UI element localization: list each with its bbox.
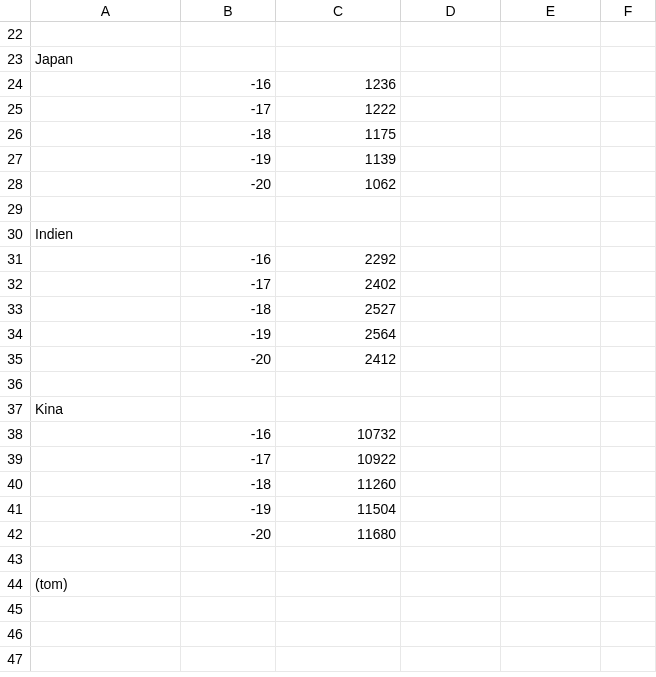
cell[interactable] <box>401 397 501 421</box>
cell[interactable] <box>501 622 601 646</box>
row-header[interactable]: 31 <box>0 247 31 271</box>
cell[interactable] <box>181 397 276 421</box>
cell[interactable] <box>31 447 181 471</box>
cell[interactable] <box>181 22 276 46</box>
cell[interactable] <box>601 622 656 646</box>
cell[interactable] <box>501 597 601 621</box>
cell[interactable]: -20 <box>181 172 276 196</box>
cell[interactable]: 2292 <box>276 247 401 271</box>
cell[interactable] <box>401 622 501 646</box>
cell[interactable] <box>501 447 601 471</box>
cell[interactable] <box>501 47 601 71</box>
cell[interactable]: 10922 <box>276 447 401 471</box>
cell[interactable]: -19 <box>181 147 276 171</box>
cell[interactable] <box>601 372 656 396</box>
cell[interactable] <box>31 422 181 446</box>
cell[interactable] <box>181 647 276 671</box>
cell[interactable] <box>181 222 276 246</box>
cell[interactable] <box>601 497 656 521</box>
row-header[interactable]: 26 <box>0 122 31 146</box>
cell[interactable] <box>501 547 601 571</box>
cell[interactable]: 11260 <box>276 472 401 496</box>
cell[interactable] <box>601 147 656 171</box>
cell[interactable] <box>501 72 601 96</box>
cell[interactable] <box>401 447 501 471</box>
column-header-e[interactable]: E <box>501 0 601 21</box>
cell[interactable] <box>401 272 501 296</box>
cell[interactable] <box>401 322 501 346</box>
cell[interactable] <box>31 297 181 321</box>
cell[interactable] <box>276 547 401 571</box>
cell[interactable] <box>501 297 601 321</box>
cell[interactable] <box>401 547 501 571</box>
cell[interactable] <box>401 197 501 221</box>
row-header[interactable]: 37 <box>0 397 31 421</box>
row-header[interactable]: 36 <box>0 372 31 396</box>
cell[interactable] <box>601 572 656 596</box>
cell[interactable] <box>401 222 501 246</box>
cell[interactable]: 1175 <box>276 122 401 146</box>
cell[interactable] <box>401 172 501 196</box>
row-header[interactable]: 35 <box>0 347 31 371</box>
cell[interactable] <box>501 247 601 271</box>
cell[interactable] <box>401 122 501 146</box>
cell[interactable] <box>276 197 401 221</box>
column-header-d[interactable]: D <box>401 0 501 21</box>
cell[interactable]: 1222 <box>276 97 401 121</box>
cell[interactable] <box>601 197 656 221</box>
cell[interactable] <box>276 647 401 671</box>
cell[interactable]: Japan <box>31 47 181 71</box>
row-header[interactable]: 41 <box>0 497 31 521</box>
cell[interactable] <box>401 72 501 96</box>
cell[interactable] <box>501 372 601 396</box>
cell[interactable] <box>601 447 656 471</box>
cell[interactable]: -18 <box>181 122 276 146</box>
cell[interactable] <box>276 597 401 621</box>
cell[interactable]: -16 <box>181 247 276 271</box>
row-header[interactable]: 38 <box>0 422 31 446</box>
row-header[interactable]: 28 <box>0 172 31 196</box>
cell[interactable] <box>181 597 276 621</box>
cell[interactable] <box>401 572 501 596</box>
cell[interactable] <box>501 347 601 371</box>
cell[interactable] <box>31 622 181 646</box>
cell[interactable] <box>401 147 501 171</box>
cell[interactable] <box>501 647 601 671</box>
column-header-c[interactable]: C <box>276 0 401 21</box>
cell[interactable]: (tom) <box>31 572 181 596</box>
cell[interactable]: 1139 <box>276 147 401 171</box>
cell[interactable]: 1062 <box>276 172 401 196</box>
cell[interactable] <box>401 597 501 621</box>
cell[interactable] <box>601 47 656 71</box>
cell[interactable] <box>31 272 181 296</box>
cell[interactable] <box>601 422 656 446</box>
cell[interactable] <box>31 522 181 546</box>
cell[interactable] <box>181 572 276 596</box>
cell[interactable] <box>501 322 601 346</box>
row-header[interactable]: 42 <box>0 522 31 546</box>
cell[interactable] <box>31 322 181 346</box>
cell[interactable] <box>31 197 181 221</box>
cell[interactable] <box>501 522 601 546</box>
cell[interactable] <box>501 122 601 146</box>
cell[interactable] <box>601 522 656 546</box>
row-header[interactable]: 22 <box>0 22 31 46</box>
cell[interactable]: -16 <box>181 72 276 96</box>
cell[interactable] <box>401 472 501 496</box>
cell[interactable] <box>601 397 656 421</box>
cell[interactable] <box>276 622 401 646</box>
row-header[interactable]: 30 <box>0 222 31 246</box>
cell[interactable] <box>276 22 401 46</box>
cell[interactable] <box>31 122 181 146</box>
cell[interactable] <box>401 522 501 546</box>
row-header[interactable]: 47 <box>0 647 31 671</box>
cell[interactable]: Kina <box>31 397 181 421</box>
cell[interactable] <box>401 347 501 371</box>
cell[interactable] <box>401 22 501 46</box>
cell[interactable]: 11504 <box>276 497 401 521</box>
column-header-b[interactable]: B <box>181 0 276 21</box>
cell[interactable] <box>601 172 656 196</box>
cell[interactable] <box>276 397 401 421</box>
cell[interactable] <box>601 97 656 121</box>
column-header-a[interactable]: A <box>31 0 181 21</box>
